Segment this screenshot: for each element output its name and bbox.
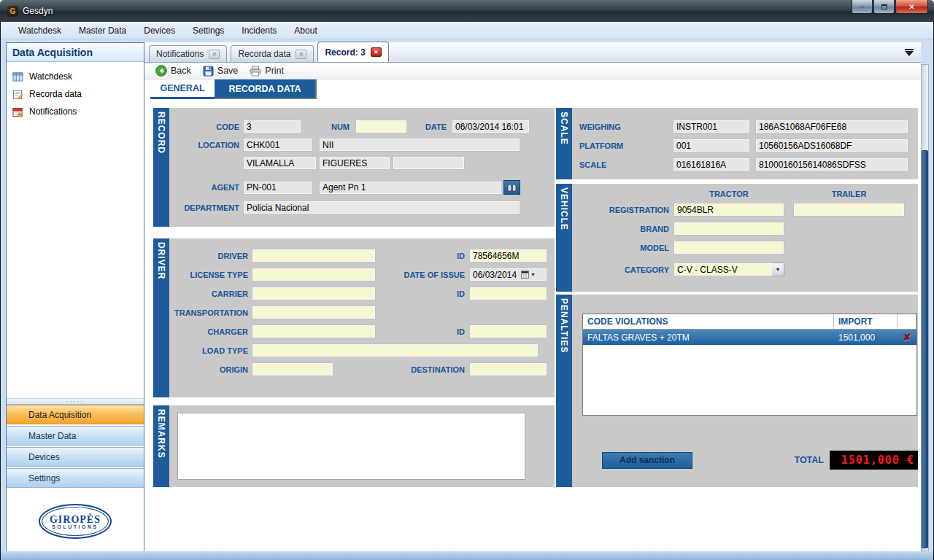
- penalties-section-strip: PENALTIES: [556, 295, 572, 487]
- scrollbar-thumb[interactable]: [922, 150, 928, 548]
- accordion-settings[interactable]: Settings: [7, 468, 144, 488]
- model-field[interactable]: [674, 241, 784, 254]
- scale-panel: SCALE WEIGHING PLATFORM SCALE: [556, 108, 918, 179]
- load-type-field[interactable]: [252, 343, 539, 357]
- remarks-textarea[interactable]: [177, 413, 525, 480]
- date-of-issue-field[interactable]: [470, 270, 521, 280]
- sidebar-item-watchdesk[interactable]: Watchdesk: [7, 68, 144, 85]
- remarks-panel: REMARKS: [153, 405, 555, 487]
- close-button[interactable]: ✕: [895, 0, 928, 14]
- tab-notifications[interactable]: Notifications ✕: [149, 45, 227, 62]
- accordion-data-acquisition[interactable]: Data Acquisition: [7, 405, 144, 424]
- print-button[interactable]: Print: [244, 65, 289, 77]
- agent-lookup-button[interactable]: [503, 180, 520, 195]
- department-label: DEPARTMENT: [169, 203, 239, 212]
- logo-area: GIROPÈS SOLUTIONS: [7, 491, 144, 552]
- menu-watchdesk[interactable]: Watchdesk: [9, 23, 70, 38]
- location-city-field[interactable]: [243, 156, 317, 170]
- date-of-issue-picker[interactable]: ▼: [469, 268, 547, 281]
- category-combobox[interactable]: ▼: [674, 262, 784, 276]
- calendar-icon[interactable]: [521, 271, 529, 279]
- menubar: Watchdesk Master Data Devices Settings I…: [1, 22, 933, 39]
- weighing-serial-field[interactable]: [755, 120, 908, 133]
- column-import[interactable]: IMPORT: [834, 314, 898, 329]
- menu-incidents[interactable]: Incidents: [233, 23, 285, 38]
- transportation-label: TRANSPORTATION: [169, 308, 248, 317]
- subtab-recorda-data[interactable]: RECORDA DATA: [215, 79, 317, 99]
- driver-id-field[interactable]: [469, 249, 547, 262]
- sidebar-splitter[interactable]: ·····: [7, 398, 144, 405]
- menu-devices[interactable]: Devices: [135, 23, 184, 38]
- chevron-down-icon[interactable]: ▼: [530, 272, 536, 277]
- tab-close-icon[interactable]: ✕: [296, 50, 306, 59]
- registration-tractor-field[interactable]: [674, 203, 784, 217]
- scale-section-strip: SCALE: [556, 108, 572, 179]
- sidebar-item-notifications[interactable]: Notifications: [7, 103, 144, 120]
- toolbar: Back Save Print: [144, 63, 921, 79]
- transportation-field[interactable]: [252, 306, 376, 319]
- sidebar-item-recorda-data[interactable]: Recorda data: [7, 85, 144, 103]
- calendar-alert-icon: [12, 106, 23, 117]
- num-field[interactable]: [355, 120, 407, 133]
- category-field[interactable]: [674, 262, 772, 276]
- tab-recorda-data[interactable]: Recorda data ✕: [231, 45, 314, 62]
- scale-serial-field[interactable]: [755, 158, 908, 171]
- save-button[interactable]: Save: [198, 65, 244, 77]
- destination-field[interactable]: [469, 362, 547, 376]
- registration-trailer-field[interactable]: [793, 203, 905, 217]
- platform-code-field[interactable]: [673, 139, 750, 152]
- carrier-field[interactable]: [252, 287, 376, 300]
- back-button[interactable]: Back: [150, 64, 196, 77]
- location-extra-field[interactable]: [393, 156, 465, 170]
- tab-close-icon[interactable]: ✕: [209, 50, 220, 59]
- menu-master-data[interactable]: Master Data: [70, 23, 135, 38]
- record-section-strip: RECORD: [153, 108, 169, 227]
- total-value-display: 1501,000 €: [830, 451, 918, 470]
- sidebar-list: Watchdesk Recorda data Notificat: [7, 62, 144, 120]
- driver-name-field[interactable]: [252, 249, 376, 262]
- back-arrow-icon: [155, 65, 167, 77]
- window-bottom-frame: [1, 551, 933, 560]
- violations-table-header: CODE VIOLATIONS IMPORT: [583, 314, 916, 330]
- subtab-general[interactable]: GENERAL: [150, 79, 215, 99]
- tab-list-dropdown-icon[interactable]: [905, 49, 914, 61]
- accordion-master-data[interactable]: Master Data: [7, 426, 144, 446]
- column-code-violations[interactable]: CODE VIOLATIONS: [583, 314, 834, 329]
- license-type-field[interactable]: [252, 268, 376, 281]
- date-field[interactable]: [452, 120, 530, 133]
- charger-id-field[interactable]: [469, 324, 547, 338]
- menu-about[interactable]: About: [285, 23, 325, 38]
- scale-code-field[interactable]: [673, 158, 750, 171]
- tab-record-3[interactable]: Record: 3 ✕: [317, 42, 388, 62]
- location-road-field[interactable]: [319, 138, 520, 152]
- tab-close-icon[interactable]: ✕: [371, 47, 382, 57]
- vertical-scrollbar[interactable]: [921, 64, 929, 551]
- department-field[interactable]: [243, 201, 520, 214]
- code-field[interactable]: [243, 120, 301, 133]
- floppy-save-icon: [203, 66, 214, 77]
- add-sanction-button[interactable]: Add sanction: [602, 452, 692, 469]
- brand-field[interactable]: [674, 222, 784, 236]
- origin-label: ORIGIN: [169, 365, 248, 374]
- maximize-button[interactable]: [873, 0, 895, 14]
- platform-label: PLATFORM: [579, 141, 665, 150]
- minimize-button[interactable]: ─: [852, 0, 873, 14]
- location-town-field[interactable]: [319, 156, 390, 170]
- sidebar-item-label: Notifications: [29, 106, 77, 117]
- agent-name-field[interactable]: [319, 181, 502, 195]
- platform-serial-field[interactable]: [755, 139, 908, 152]
- chevron-down-icon[interactable]: ▼: [772, 262, 784, 276]
- violation-row[interactable]: FALTAS GRAVES + 20TM 1501,000 ✘: [583, 330, 916, 345]
- charger-field[interactable]: [252, 324, 376, 338]
- menu-settings[interactable]: Settings: [184, 23, 233, 38]
- violation-import-cell: 1501,000: [834, 332, 898, 343]
- agent-code-field[interactable]: [243, 181, 312, 195]
- location-code-field[interactable]: [243, 138, 312, 152]
- record-panel: RECORD CODE NUM DATE LOCATION: [153, 108, 555, 227]
- category-label: CATEGORY: [572, 265, 669, 274]
- delete-row-icon[interactable]: ✘: [903, 332, 911, 343]
- carrier-id-field[interactable]: [469, 287, 547, 300]
- origin-field[interactable]: [252, 362, 333, 376]
- weighing-code-field[interactable]: [673, 120, 750, 133]
- accordion-devices[interactable]: Devices: [7, 447, 144, 467]
